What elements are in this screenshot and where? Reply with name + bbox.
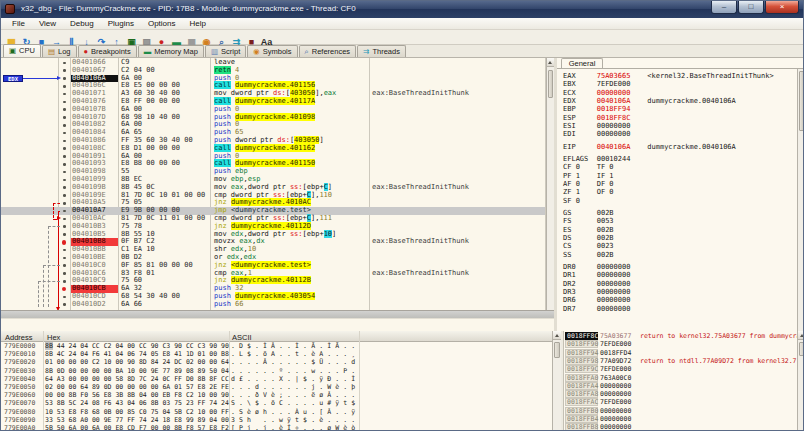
register-row[interactable]: ESP 0018FF8C <box>563 114 647 122</box>
register-row[interactable]: DR6 00000000 <box>563 296 647 304</box>
register-row[interactable]: DR3 00000000 <box>563 288 647 296</box>
scrollbar-thumb[interactable] <box>554 342 560 358</box>
register-row[interactable]: EBX 7EFDE000 <box>563 80 647 88</box>
register-row[interactable]: DR7 00000000 <box>563 305 647 313</box>
register-row[interactable]: ECX 00000000 <box>563 89 647 97</box>
dump-row[interactable]: 779E009033 53 68 A0 00 9E 77 FF 74 24 18… <box>1 416 552 424</box>
register-row[interactable]: CS 0023 <box>563 242 647 250</box>
disassembly-panel[interactable]: 00401066C9leave00401067C2 04 00retn 4004… <box>1 58 554 310</box>
menu-help[interactable]: Help <box>183 19 213 28</box>
breakpoint-dot[interactable] <box>62 287 67 292</box>
disasm-row[interactable]: 004010D26A 66push 66 <box>1 301 545 309</box>
dump-row[interactable]: 779E00308B 0D 00 00 00 00 BA 10 00 9E 77… <box>1 367 552 375</box>
tab-memory-map[interactable]: ▬Memory Map <box>138 45 204 57</box>
toolbar-button-appearance[interactable]: Aa <box>259 31 274 44</box>
title-bar[interactable]: x32_dbg - File: DummyCrackme.exe - PID: … <box>1 1 803 18</box>
scrollbar-thumb[interactable] <box>799 71 804 131</box>
register-row[interactable]: EDI 00000000 <box>563 130 647 138</box>
scrollbar-thumb[interactable] <box>548 70 553 98</box>
register-row[interactable]: EDX 0040106A dummycrackme.0040106A <box>563 97 736 105</box>
toolbar-button-script[interactable]: ▤ <box>139 31 154 44</box>
menu-plugins[interactable]: Plugins <box>101 19 141 28</box>
stack-row[interactable]: 0018FF907EFDE000 <box>564 340 797 348</box>
scroll-up-button[interactable] <box>553 331 561 340</box>
toolbar-button-breakpoint[interactable]: ● <box>154 31 169 44</box>
dump-row[interactable]: 779E007053 8B 5C 24 08 F6 43 04 06 8B 03… <box>1 399 552 407</box>
menu-file[interactable]: File <box>5 19 32 28</box>
flags-row[interactable]: PF 1 IF 1 <box>563 172 614 180</box>
register-row[interactable]: EFLAGS 00010244 <box>563 155 647 163</box>
stack-row[interactable]: 0018FFB000000000 <box>564 407 797 415</box>
dump-row[interactable]: 779E00008B 44 24 04 CC C2 04 00 CC 90 C3… <box>1 342 552 350</box>
tab-threads[interactable]: ⇉Threads <box>357 45 406 57</box>
register-row[interactable]: FS 0053 <box>563 217 647 225</box>
stack-row[interactable]: 0018FFB400000000 <box>564 415 797 423</box>
tab-cpu[interactable]: ▣CPU <box>3 44 41 57</box>
tab-script[interactable]: ▥Script <box>205 45 246 57</box>
close-button[interactable]: × <box>765 1 799 14</box>
register-row[interactable]: ES 002B <box>563 226 647 234</box>
dump-row[interactable]: 779E004064 A3 00 00 00 00 58 8D 7C 24 0C… <box>1 375 552 383</box>
register-row[interactable]: DR1 00000000 <box>563 271 647 279</box>
stack-scrollbar[interactable] <box>797 331 804 431</box>
toolbar-button-step-over[interactable]: ↷ <box>94 31 109 44</box>
toolbar-button-stop[interactable]: ■ <box>34 31 49 44</box>
toolbar-button-debuggee-state[interactable]: ■ <box>244 31 259 44</box>
register-row[interactable]: GS 002B <box>563 209 647 217</box>
register-row[interactable]: SS 002B <box>563 251 647 259</box>
menu-view[interactable]: View <box>32 19 63 28</box>
tab-breakpoints[interactable]: ●Breakpoints <box>78 45 137 57</box>
scroll-up-button[interactable] <box>547 58 554 67</box>
dump-row[interactable]: 779E002001 00 00 00 C2 10 00 90 8D 84 24… <box>1 358 552 366</box>
stack-row[interactable]: 0018FFAC7EFDE000 <box>564 398 797 406</box>
menu-debug[interactable]: Debug <box>63 19 101 28</box>
register-row[interactable]: EBP 0018FF94 <box>563 105 647 113</box>
toolbar-button-memory-map[interactable]: ▬ <box>169 31 184 44</box>
scroll-up-button[interactable] <box>798 331 804 340</box>
minimize-button[interactable]: – <box>711 1 737 14</box>
stack-row[interactable]: 0018FFB800000000 <box>564 423 797 431</box>
register-row[interactable]: ESI 00000000 <box>563 122 647 130</box>
toolbar-button-cpu[interactable]: ▣ <box>124 31 139 44</box>
stack-panel[interactable]: 0018FF8C75A03677return to kernel32.75A03… <box>563 331 804 431</box>
tab-general[interactable]: General <box>561 58 603 68</box>
dump-row[interactable]: 779E008010 53 E8 F8 68 0B 00 85 C0 75 04… <box>1 408 552 416</box>
menu-options[interactable]: Options <box>141 19 183 28</box>
toolbar-button-restart[interactable]: ↻ <box>19 31 34 44</box>
toolbar-button-step-into[interactable]: ↓ <box>79 31 94 44</box>
dump-scrollbar[interactable] <box>552 331 561 431</box>
dump-panel[interactable]: Address Hex ASCII 779E00008B 44 24 04 CC… <box>1 331 561 431</box>
stack-row[interactable]: 0018FFA800000000 <box>564 390 797 398</box>
breakpoint-dot[interactable] <box>62 240 67 245</box>
toolbar-button-references[interactable]: ⌕ <box>214 31 229 44</box>
stack-row[interactable]: 0018FF9C7EFDE000 <box>564 365 797 373</box>
dump-row[interactable]: 779E005002 00 00 64 89 0D 00 00 00 00 6A… <box>1 383 552 391</box>
maximize-button[interactable]: □ <box>738 1 764 14</box>
scrollbar-thumb[interactable] <box>799 342 804 356</box>
toolbar-button-patches[interactable]: ▦ <box>184 31 199 44</box>
tab-symbols[interactable]: ◉Symbols <box>247 45 297 57</box>
stack-row[interactable]: 0018FFA0763A00C0 <box>564 374 797 382</box>
registers-panel[interactable]: General EAX 75A03665 <kernel32.BaseThrea… <box>557 58 804 331</box>
tab-references[interactable]: ⌕References <box>299 45 357 57</box>
toolbar-button-pause[interactable]: Ⅱ <box>64 31 79 44</box>
toolbar-button-run[interactable]: → <box>49 31 64 44</box>
register-row[interactable]: EIP 0040106A dummycrackme.0040106A <box>563 143 736 151</box>
toolbar-button-execute-till-return[interactable]: ↑ <box>109 31 124 44</box>
toolbar-button-threads[interactable]: ⇉ <box>229 31 244 44</box>
register-row[interactable]: EAX 75A03665 <kernel32.BaseThreadInitThu… <box>563 72 774 80</box>
dump-row[interactable]: 779E006000 00 8B F0 56 E8 3B 8B 04 00 EB… <box>1 391 552 399</box>
register-row[interactable]: DS 002B <box>563 234 647 242</box>
register-row[interactable]: DR0 00000000 <box>563 263 647 271</box>
dump-row[interactable]: 779E00A05B 50 6A 00 6A 00 E8 CD F7 00 00… <box>1 424 552 431</box>
stack-row[interactable]: 0018FF940018FFD4 <box>564 349 797 357</box>
disassembly-scrollbar[interactable] <box>546 58 554 310</box>
registers-scrollbar[interactable] <box>797 69 804 331</box>
flags-row[interactable]: ZF 1 OF 0 <box>563 188 614 196</box>
toolbar-button-open-file[interactable]: ▆ <box>4 31 19 44</box>
stack-row[interactable]: 0018FFA400000000 <box>564 382 797 390</box>
flags-row[interactable]: SF 0 <box>563 197 597 205</box>
register-row[interactable]: DR2 00000000 <box>563 280 647 288</box>
toolbar-button-symbols[interactable]: ◉ <box>199 31 214 44</box>
flags-row[interactable]: CF 0 TF 0 <box>563 163 614 171</box>
